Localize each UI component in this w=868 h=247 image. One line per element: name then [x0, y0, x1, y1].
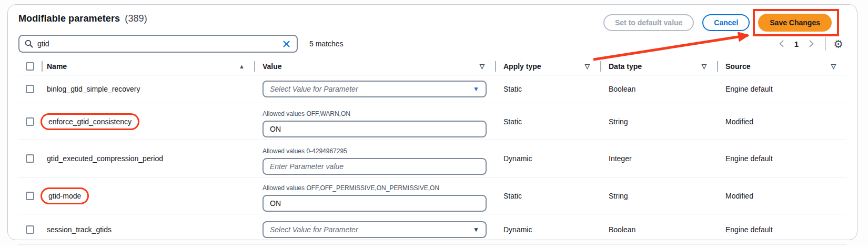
data-type-value: Boolean [600, 214, 717, 244]
apply-type-value: Dynamic [495, 140, 600, 177]
chevron-right-icon [808, 39, 815, 48]
page-title-text: Modifiable parameters [18, 13, 120, 24]
row-checkbox[interactable] [26, 85, 34, 93]
sort-ascending-icon[interactable]: ▲ [239, 63, 245, 70]
clear-search-button[interactable] [281, 39, 291, 49]
select-all-checkbox[interactable] [26, 62, 34, 71]
table-row: binlog_gtid_simple_recovery Select Value… [18, 75, 846, 103]
row-checkbox[interactable] [26, 154, 34, 163]
close-icon [282, 40, 290, 48]
chevron-down-icon: ▼ [473, 86, 479, 92]
parameter-search-box[interactable] [18, 35, 298, 53]
allowed-values-hint: Allowed values 0-4294967295 [263, 147, 487, 155]
data-type-value: String [600, 103, 717, 140]
apply-type-value: Static [495, 75, 600, 103]
match-count-text: 5 matches [309, 39, 344, 48]
search-input[interactable] [37, 39, 281, 48]
allowed-values-hint: Allowed values OFF,WARN,ON [263, 110, 487, 117]
value-input[interactable] [263, 121, 487, 137]
data-type-value: Boolean [600, 75, 717, 103]
search-icon [25, 39, 33, 48]
source-value: Engine default [717, 75, 846, 103]
modifiable-parameters-panel: Modifiable parameters (389) Set to defau… [7, 4, 857, 240]
source-value: Modified [717, 177, 846, 214]
parameter-name: gtid_executed_compression_period [47, 154, 163, 163]
value-select[interactable]: Select Value for Parameter ▼ [263, 81, 487, 97]
filter-icon[interactable]: ▽ [585, 63, 590, 70]
previous-page-button[interactable] [775, 38, 788, 49]
pagination: 1 [775, 38, 818, 49]
data-type-value: String [600, 177, 717, 214]
parameter-name-annotated: gtid-mode [41, 187, 89, 204]
value-input[interactable] [263, 195, 487, 212]
cancel-button[interactable]: Cancel [702, 14, 750, 31]
preferences-gear-button[interactable]: ⚙ [833, 38, 843, 50]
row-checkbox[interactable] [26, 192, 34, 200]
parameter-name-annotated: enforce_gtid_consistency [41, 113, 139, 130]
column-header-apply-type[interactable]: Apply type ▽ [495, 57, 600, 75]
save-changes-button[interactable]: Save Changes [758, 14, 832, 32]
table-row: session_track_gtids Select Value for Par… [18, 214, 846, 245]
apply-type-value: Static [495, 177, 600, 214]
current-page-number: 1 [791, 39, 802, 48]
gear-icon: ⚙ [833, 38, 843, 50]
value-select[interactable]: Select Value for Parameter ▼ [263, 221, 487, 238]
column-header-source[interactable]: Source ▽ [717, 57, 846, 75]
action-buttons: Set to default value Cancel Save Changes [603, 14, 832, 32]
data-type-value: Integer [600, 140, 717, 177]
select-placeholder: Select Value for Parameter [270, 225, 358, 234]
chevron-left-icon [778, 39, 785, 48]
filter-icon[interactable]: ▽ [702, 63, 706, 70]
toolbar-divider [825, 37, 826, 51]
page-title: Modifiable parameters (389) [18, 13, 147, 24]
row-checkbox[interactable] [26, 117, 34, 126]
source-value: Engine default [717, 140, 846, 177]
table-row: enforce_gtid_consistency Allowed values … [18, 103, 846, 140]
select-placeholder: Select Value for Parameter [270, 85, 358, 93]
apply-type-value: Static [495, 103, 600, 140]
next-page-button[interactable] [805, 38, 818, 49]
parameter-name: binlog_gtid_simple_recovery [47, 85, 140, 93]
table-row: gtid_executed_compression_period Allowed… [18, 140, 846, 177]
column-header-value[interactable]: Value ▽ [254, 57, 495, 75]
filter-icon[interactable]: ▽ [480, 63, 485, 70]
column-header-data-type[interactable]: Data type ▽ [600, 57, 717, 75]
row-checkbox[interactable] [26, 225, 34, 234]
table-row: gtid-mode Allowed values OFF,OFF_PERMISS… [18, 177, 846, 214]
parameters-table: Name ▲ Value ▽ Apply type ▽ Data type ▽ … [18, 57, 846, 245]
filter-icon[interactable]: ▽ [831, 63, 836, 70]
table-header-row: Name ▲ Value ▽ Apply type ▽ Data type ▽ … [18, 57, 846, 75]
apply-type-value: Dynamic [495, 214, 600, 244]
value-input[interactable] [263, 158, 487, 175]
set-to-default-button[interactable]: Set to default value [603, 14, 694, 31]
allowed-values-hint: Allowed values OFF,OFF_PERMISSIVE,ON_PER… [263, 184, 487, 192]
source-value: Engine default [717, 214, 846, 244]
source-value: Modified [717, 103, 846, 140]
parameter-count: (389) [125, 13, 147, 24]
parameter-name: session_track_gtids [47, 225, 112, 234]
column-header-name[interactable]: Name ▲ [42, 57, 254, 75]
chevron-down-icon: ▼ [473, 226, 479, 233]
